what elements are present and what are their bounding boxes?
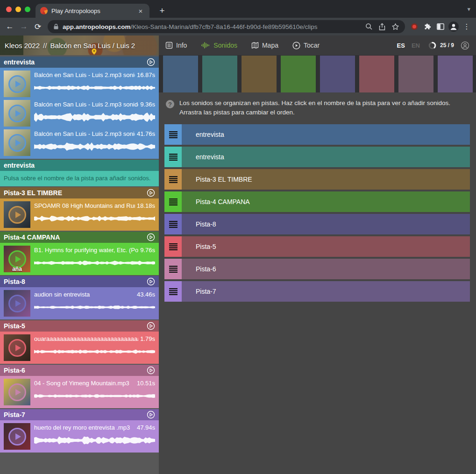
lang-en-button[interactable]: EN (412, 42, 420, 49)
reload-button[interactable]: ⟳ (31, 20, 45, 34)
share-icon[interactable] (378, 23, 386, 31)
back-button[interactable]: ← (3, 20, 17, 34)
audio-clip[interactable]: 04 - Song of Yimeng Mountain.mp310.51s (4, 377, 155, 407)
audio-clip[interactable]: SPOAMR 08 High Mountains and Running ...… (4, 200, 155, 229)
track-row[interactable]: Pista-5 (164, 236, 470, 257)
track-row[interactable]: Pista-7 (164, 281, 470, 302)
zoom-icon[interactable] (365, 23, 373, 30)
clip-title: Balcón en San Luis - Luis 2.mp3 sonido h… (34, 71, 135, 79)
track-row-body: entrevista (182, 147, 470, 167)
track-row-body: Pista-3 EL TIMBRE (182, 169, 470, 190)
track-section: Pista-7huerto del rey moro entrevista .m… (0, 409, 159, 453)
track-play-button[interactable] (147, 277, 155, 286)
track-play-button[interactable] (147, 410, 155, 419)
browser-menu-icon[interactable]: ⋮ (460, 20, 473, 33)
audio-clip[interactable]: ouaraaaaaaaaaaaaaaaaaaaaaaaaaaaaaaaaaaaa… (4, 333, 155, 362)
play-triangle-icon (15, 256, 21, 262)
track-name: Pista-7 (4, 411, 147, 418)
clip-play-overlay[interactable] (4, 423, 30, 450)
track-name: Pista-6 (4, 367, 147, 374)
window-close-button[interactable] (6, 7, 12, 12)
nav-tocar[interactable]: Tocar (292, 42, 320, 50)
track-header[interactable]: Pista-6 (0, 365, 159, 376)
track-row-label: Pista-3 EL TIMBRE (196, 176, 252, 183)
drag-handle[interactable] (164, 281, 182, 302)
track-play-button[interactable] (147, 366, 155, 375)
track-header[interactable]: Pista-5 (0, 320, 159, 332)
audio-clip[interactable]: audion sin entrevista43.46s (4, 289, 155, 318)
clip-play-overlay[interactable] (4, 100, 30, 127)
extensions-puzzle-icon[interactable] (421, 20, 434, 33)
play-triangle-icon (15, 433, 21, 440)
track-row-body: entrevista (182, 124, 470, 145)
bookmark-star-icon[interactable] (391, 23, 399, 31)
drag-handle[interactable] (164, 191, 182, 212)
nav-sonidos[interactable]: Sonidos (201, 42, 237, 49)
window-zoom-button[interactable] (25, 7, 30, 12)
track-row-label: Pista-7 (196, 288, 216, 295)
drag-handle[interactable] (164, 259, 182, 279)
track-row[interactable]: Pista-3 EL TIMBRE (164, 169, 470, 190)
audio-clip[interactable]: Balcón en San Luis - Luis 2.mp3 sonido h… (4, 128, 155, 157)
browser-tab[interactable]: Play Antropoloops × (36, 4, 149, 18)
tab-close-icon[interactable]: × (136, 7, 145, 15)
help-text: Los sonidos se organizan en pistas. Haz … (179, 99, 469, 117)
drag-handle[interactable] (164, 124, 182, 145)
account-icon[interactable] (461, 41, 469, 50)
track-section: Pista-4 CAMPANAañaB1. Hymns for purifyin… (0, 232, 159, 275)
track-play-button[interactable] (147, 58, 155, 66)
info-list-icon (165, 42, 173, 49)
window-controls (6, 7, 30, 12)
track-header[interactable]: Pista-8 (0, 276, 159, 287)
clip-duration: 43.46s (137, 290, 155, 298)
track-play-button[interactable] (147, 233, 155, 241)
audio-clip[interactable]: Balcón en San Luis - Luis 2.mp3 sonido h… (4, 99, 155, 128)
track-name: entrevista (4, 58, 147, 66)
track-header[interactable]: entrevista (0, 160, 159, 171)
clip-play-overlay[interactable] (4, 379, 30, 405)
url-bar[interactable]: app.antropoloops.com/Kleos-Santa-Marina/… (48, 20, 405, 33)
track-row[interactable]: Pista-4 CAMPANA (164, 191, 470, 212)
tab-search-chevron-icon[interactable]: ▾ (467, 6, 470, 13)
audio-clip[interactable]: huerto del rey moro entrevista .mp347.94… (4, 422, 155, 451)
track-header[interactable]: Pista-3 EL TIMBRE (0, 187, 159, 198)
window-minimize-button[interactable] (15, 7, 21, 12)
track-header[interactable]: Pista-4 CAMPANA (0, 232, 159, 243)
nav-mapa[interactable]: Mapa (251, 42, 278, 49)
track-row[interactable]: Pista-6 (164, 259, 470, 279)
drag-handle-icon (169, 154, 178, 161)
forward-button[interactable]: → (17, 20, 31, 34)
clip-duration: 16.87s (137, 71, 155, 79)
track-row[interactable]: entrevista (164, 124, 470, 145)
track-row[interactable]: entrevista (164, 147, 470, 167)
clip-play-overlay[interactable] (4, 71, 30, 97)
audio-clip[interactable]: añaB1. Hymns for purifying water, Etc. (… (4, 244, 155, 274)
track-play-button[interactable] (147, 189, 155, 197)
track-play-button[interactable] (147, 322, 155, 330)
track-color-strip (159, 55, 476, 92)
clip-play-overlay[interactable] (4, 201, 30, 228)
drag-handle[interactable] (164, 147, 182, 167)
drag-handle[interactable] (164, 169, 182, 190)
clip-play-overlay[interactable] (4, 334, 30, 361)
clip-thumbnail (4, 290, 30, 317)
track-color-swatch (202, 56, 237, 92)
track-color-swatch (320, 56, 355, 92)
nav-info[interactable]: Info (165, 42, 187, 49)
track-name: Pista-5 (4, 322, 147, 330)
profile-avatar-icon[interactable] (447, 20, 460, 33)
new-tab-button[interactable]: + (156, 5, 168, 17)
clip-play-overlay[interactable] (4, 129, 30, 156)
record-extension-icon[interactable] (408, 20, 421, 33)
track-row[interactable]: Pista-8 (164, 214, 470, 234)
audio-clip[interactable]: Balcón en San Luis - Luis 2.mp3 sonido h… (4, 69, 155, 99)
clip-thumbnail (4, 201, 30, 228)
app-nav: Info Sonidos Mapa (159, 35, 476, 55)
drag-handle[interactable] (164, 214, 182, 234)
clip-play-overlay[interactable] (4, 290, 30, 317)
track-header[interactable]: entrevista (0, 57, 159, 68)
track-header[interactable]: Pista-7 (0, 409, 159, 420)
lang-es-button[interactable]: ES (397, 42, 405, 49)
drag-handle[interactable] (164, 236, 182, 257)
side-panel-icon[interactable] (434, 20, 447, 33)
